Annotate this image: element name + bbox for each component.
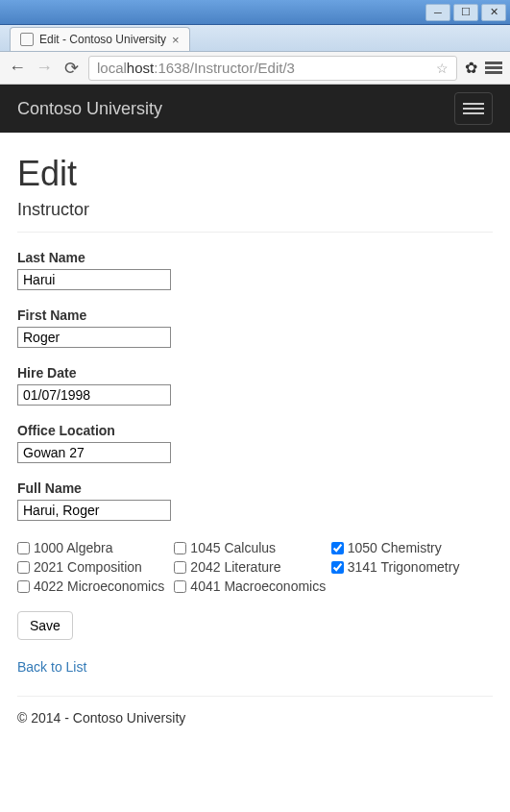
office-location-label: Office Location (17, 423, 115, 438)
course-label: 1000 Algebra (34, 540, 113, 555)
course-checkbox-item[interactable]: 4022 Microeconomics (17, 577, 174, 596)
course-checkbox-item[interactable]: 1000 Algebra (17, 538, 174, 557)
back-button[interactable]: ← (8, 58, 27, 78)
site-navbar: Contoso University (0, 85, 510, 133)
tab-close-icon[interactable]: × (172, 33, 180, 47)
course-label: 2021 Composition (34, 559, 142, 575)
course-label: 4041 Macroeconomics (190, 578, 326, 594)
browser-toolbar: ← → ⟳ localhost:1638/Instructor/Edit/3 ☆… (0, 52, 510, 85)
course-checkbox-item[interactable]: 1045 Calculus (174, 538, 330, 557)
url-text-pre: local (97, 60, 127, 76)
course-label: 4022 Microeconomics (34, 578, 164, 594)
hamburger-icon (463, 112, 484, 114)
full-name-label: Full Name (17, 480, 82, 496)
course-checkbox-item[interactable]: 2042 Literature (174, 557, 330, 577)
browser-tab-strip: Edit - Contoso University × (0, 25, 510, 52)
course-checkbox[interactable] (174, 561, 186, 574)
first-name-label: First Name (17, 308, 86, 323)
navbar-brand[interactable]: Contoso University (17, 99, 162, 119)
course-checkbox[interactable] (17, 542, 30, 554)
reload-button[interactable]: ⟳ (61, 58, 81, 79)
first-name-field[interactable] (17, 327, 171, 348)
course-checkbox[interactable] (331, 542, 344, 554)
footer-divider (17, 696, 493, 697)
page-title: Edit (17, 154, 493, 194)
page-subtitle: Instructor (17, 200, 493, 220)
address-bar[interactable]: localhost:1638/Instructor/Edit/3 ☆ (88, 56, 457, 81)
bookmark-star-icon[interactable]: ☆ (436, 61, 449, 76)
course-label: 3141 Trigonometry (348, 559, 460, 575)
course-checkbox-item[interactable]: 1050 Chemistry (331, 538, 488, 557)
full-name-field[interactable] (17, 500, 171, 521)
divider (17, 232, 493, 233)
last-name-label: Last Name (17, 250, 85, 265)
window-minimize-button[interactable]: ─ (425, 4, 450, 21)
hire-date-field[interactable] (17, 384, 171, 406)
save-button[interactable]: Save (17, 611, 73, 640)
forward-button[interactable]: → (35, 58, 54, 78)
chrome-menu-icon[interactable] (485, 60, 502, 76)
tab-title: Edit - Contoso University (39, 33, 166, 46)
window-titlebar: ─ ☐ ✕ (0, 0, 510, 25)
course-checkbox-item[interactable]: 3141 Trigonometry (331, 557, 488, 577)
url-text-host: host (127, 60, 154, 76)
navbar-toggle-button[interactable] (454, 92, 493, 125)
footer-text: © 2014 - Contoso University (17, 710, 493, 726)
page-container: Edit Instructor Last Name First Name Hir… (0, 133, 510, 743)
course-label: 1050 Chemistry (348, 540, 442, 555)
course-label: 1045 Calculus (190, 540, 276, 555)
window-maximize-button[interactable]: ☐ (453, 4, 478, 21)
course-checkbox[interactable] (17, 580, 30, 593)
settings-gear-icon[interactable]: ✿ (465, 59, 477, 77)
page-favicon-icon (20, 33, 34, 46)
last-name-field[interactable] (17, 269, 171, 290)
url-text-post: :1638/Instructor/Edit/3 (154, 60, 295, 76)
course-checkbox[interactable] (17, 561, 30, 574)
hire-date-label: Hire Date (17, 365, 76, 381)
window-close-button[interactable]: ✕ (481, 4, 506, 21)
course-checkbox-item[interactable]: 2021 Composition (17, 557, 174, 577)
course-checkbox[interactable] (174, 580, 186, 593)
course-label: 2042 Literature (190, 559, 280, 575)
hamburger-icon (463, 108, 484, 110)
office-location-field[interactable] (17, 442, 171, 463)
course-checkbox-item[interactable]: 4041 Macroeconomics (174, 577, 330, 596)
hamburger-icon (463, 103, 484, 105)
back-to-list-link[interactable]: Back to List (17, 659, 86, 675)
course-checkbox[interactable] (331, 561, 344, 574)
browser-tab[interactable]: Edit - Contoso University × (10, 27, 190, 51)
course-checkbox[interactable] (174, 542, 186, 554)
course-checkbox-grid: 1000 Algebra1045 Calculus1050 Chemistry2… (17, 538, 493, 596)
